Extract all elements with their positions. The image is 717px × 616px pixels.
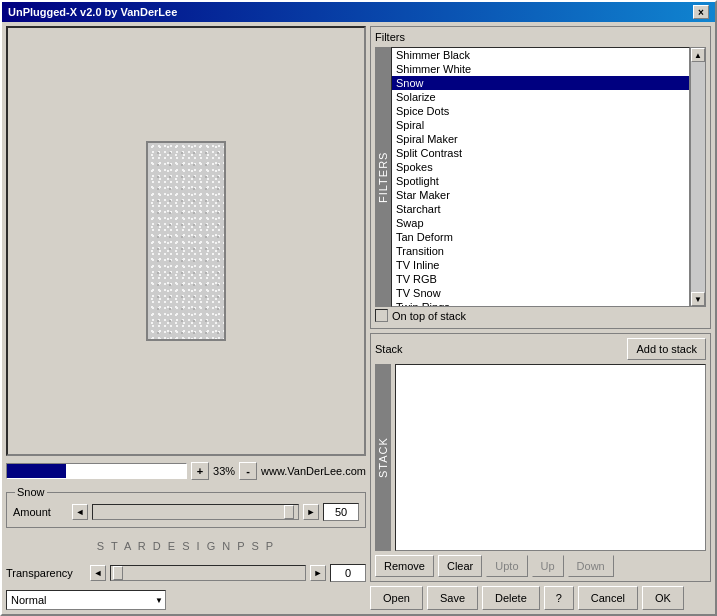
filter-item[interactable]: Snow	[392, 76, 689, 90]
stack-buttons: Remove Clear Upto Up Down	[375, 555, 706, 577]
stack-section: Stack Add to stack STACK Remove Clear Up…	[370, 333, 711, 582]
on-top-label: On top of stack	[392, 310, 466, 322]
filter-item[interactable]: Shimmer White	[392, 62, 689, 76]
stars-label: S T A R D E S I G N P S P	[6, 540, 366, 552]
progress-row: + 33% - www.VanDerLee.com	[6, 460, 366, 482]
filter-item[interactable]: Spotlight	[392, 174, 689, 188]
transparency-slider-thumb[interactable]	[113, 566, 123, 580]
filter-item[interactable]: Split Contrast	[392, 146, 689, 160]
clear-button[interactable]: Clear	[438, 555, 482, 577]
progress-bar-container	[6, 463, 187, 479]
save-button[interactable]: Save	[427, 586, 478, 610]
close-button[interactable]: ×	[693, 5, 709, 19]
progress-bar-fill	[7, 464, 66, 478]
progress-label: 33%	[213, 465, 235, 477]
progress-plus-button[interactable]: +	[191, 462, 209, 480]
stack-sidebar-label: STACK	[375, 364, 391, 551]
scroll-track[interactable]	[691, 62, 705, 292]
stack-list[interactable]	[395, 364, 706, 551]
window-title: UnPlugged-X v2.0 by VanDerLee	[8, 6, 177, 18]
left-panel: + 33% - www.VanDerLee.com Snow Amount ◄ …	[6, 26, 366, 610]
snow-group: Snow Amount ◄ ►	[6, 492, 366, 528]
filters-title: Filters	[375, 31, 706, 43]
dropdown-arrow-icon: ▼	[155, 596, 163, 605]
open-button[interactable]: Open	[370, 586, 423, 610]
filters-list[interactable]: Shimmer BlackShimmer WhiteSnowSolarizeSp…	[391, 47, 690, 307]
up-button[interactable]: Up	[532, 555, 564, 577]
add-to-stack-button[interactable]: Add to stack	[627, 338, 706, 360]
on-top-checkbox[interactable]	[375, 309, 388, 322]
normal-dropdown[interactable]: Normal ▼	[6, 590, 166, 610]
transparency-row: Transparency ◄ ►	[6, 564, 366, 582]
filters-scrollbar: ▲ ▼	[690, 47, 706, 307]
remove-button[interactable]: Remove	[375, 555, 434, 577]
amount-slider-thumb[interactable]	[284, 505, 294, 519]
filters-list-container: FILTERS Shimmer BlackShimmer WhiteSnowSo…	[375, 47, 706, 307]
filter-item[interactable]: TV Inline	[392, 258, 689, 272]
bottom-buttons: Open Save Delete ? Cancel OK	[370, 586, 711, 610]
filter-item[interactable]: Solarize	[392, 90, 689, 104]
transparency-label: Transparency	[6, 567, 86, 579]
ok-button[interactable]: OK	[642, 586, 684, 610]
right-panel: Filters FILTERS Shimmer BlackShimmer Whi…	[370, 26, 711, 610]
transparency-value-input[interactable]	[330, 564, 366, 582]
amount-right-arrow[interactable]: ►	[303, 504, 319, 520]
filter-item[interactable]: Tan Deform	[392, 230, 689, 244]
filter-item[interactable]: Transition	[392, 244, 689, 258]
filter-item[interactable]: Shimmer Black	[392, 48, 689, 62]
preview-area	[6, 26, 366, 456]
main-window: UnPlugged-X v2.0 by VanDerLee × + 33% - …	[0, 0, 717, 616]
amount-value-input[interactable]	[323, 503, 359, 521]
filter-item[interactable]: Spokes	[392, 160, 689, 174]
amount-slider[interactable]	[92, 504, 299, 520]
filter-item[interactable]: TV Snow	[392, 286, 689, 300]
scroll-down-button[interactable]: ▼	[691, 292, 705, 306]
on-top-row: On top of stack	[375, 307, 706, 324]
filter-item[interactable]: Twin Rings	[392, 300, 689, 307]
filter-item[interactable]: Star Maker	[392, 188, 689, 202]
preview-image	[146, 141, 226, 341]
filter-item[interactable]: Spiral Maker	[392, 132, 689, 146]
transparency-right-arrow[interactable]: ►	[310, 565, 326, 581]
normal-dropdown-value: Normal	[11, 594, 46, 606]
stack-title: Stack	[375, 343, 403, 355]
amount-row: Amount ◄ ►	[13, 503, 359, 521]
filter-item[interactable]: Starchart	[392, 202, 689, 216]
titlebar: UnPlugged-X v2.0 by VanDerLee ×	[2, 2, 715, 22]
upto-button[interactable]: Upto	[486, 555, 527, 577]
cancel-button[interactable]: Cancel	[578, 586, 638, 610]
filters-sidebar-label: FILTERS	[375, 47, 391, 307]
down-button[interactable]: Down	[568, 555, 614, 577]
filters-section: Filters FILTERS Shimmer BlackShimmer Whi…	[370, 26, 711, 329]
transparency-slider[interactable]	[110, 565, 306, 581]
amount-left-arrow[interactable]: ◄	[72, 504, 88, 520]
transparency-left-arrow[interactable]: ◄	[90, 565, 106, 581]
filter-item[interactable]: Spiral	[392, 118, 689, 132]
delete-button[interactable]: Delete	[482, 586, 540, 610]
help-button[interactable]: ?	[544, 586, 574, 610]
filter-item[interactable]: TV RGB	[392, 272, 689, 286]
scroll-up-button[interactable]: ▲	[691, 48, 705, 62]
snow-effect	[148, 143, 224, 339]
website-label: www.VanDerLee.com	[261, 465, 366, 477]
stack-content: STACK	[375, 364, 706, 551]
filter-item[interactable]: Swap	[392, 216, 689, 230]
filter-item[interactable]: Spice Dots	[392, 104, 689, 118]
snow-group-title: Snow	[15, 486, 47, 498]
amount-label: Amount	[13, 506, 68, 518]
progress-minus-button[interactable]: -	[239, 462, 257, 480]
